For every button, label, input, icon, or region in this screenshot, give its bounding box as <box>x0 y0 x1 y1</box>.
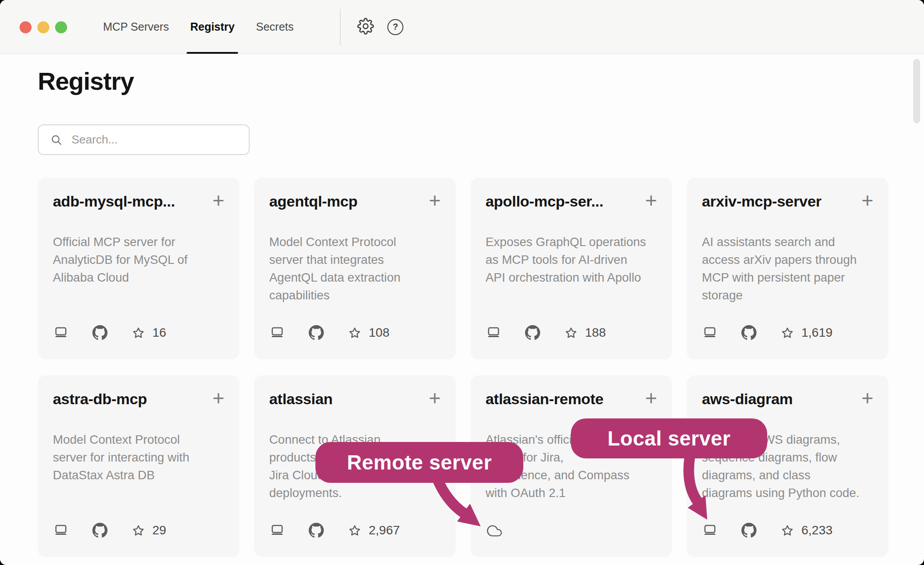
server-grid: adb-mysql-mcp... + Official MCP server f… <box>38 178 888 557</box>
zoom-button[interactable] <box>55 21 67 33</box>
header-divider <box>340 9 341 45</box>
server-name: apollo-mcp-ser... <box>486 193 603 210</box>
page-title: Registry <box>38 67 134 95</box>
card-footer: 188 <box>486 325 657 341</box>
card-footer: 16 <box>53 325 224 341</box>
search-input[interactable] <box>71 132 241 147</box>
vertical-scrollbar[interactable] <box>913 59 920 123</box>
card-footer <box>486 523 657 538</box>
github-icon <box>525 325 540 340</box>
card-footer: 1,619 <box>702 325 873 341</box>
laptop-icon <box>53 325 69 341</box>
server-card-atlassian[interactable]: atlassian + Connect to Atlassianproducts… <box>254 375 456 557</box>
star-count: 29 <box>152 523 166 537</box>
server-description: Model Context Protocolserver for interac… <box>53 431 224 484</box>
tab-secrets[interactable]: Secrets <box>245 0 304 54</box>
server-name: agentql-mcp <box>269 193 358 210</box>
server-card-adb-mysql[interactable]: adb-mysql-mcp... + Official MCP server f… <box>38 178 239 359</box>
star-icon <box>347 523 362 538</box>
minimize-button[interactable] <box>37 21 49 33</box>
add-server-button[interactable]: + <box>645 390 657 406</box>
add-server-button[interactable]: + <box>429 193 441 208</box>
server-name: atlassian <box>269 390 333 408</box>
server-description: Exposes GraphQL operationsas MCP tools f… <box>486 233 657 286</box>
add-server-button[interactable]: + <box>861 390 873 406</box>
server-description: Model Context Protocolserver that integr… <box>269 233 441 304</box>
cloud-icon <box>486 523 503 538</box>
laptop-icon <box>269 325 285 341</box>
star-icon <box>347 326 362 340</box>
star-icon <box>564 326 578 340</box>
laptop-icon <box>486 325 502 341</box>
close-button[interactable] <box>20 21 32 33</box>
server-description: Connect to Atlassianproducts with suppor… <box>269 431 441 502</box>
help-button[interactable]: ? <box>385 0 406 54</box>
star-count: 2,967 <box>369 523 400 537</box>
tab-registry[interactable]: Registry <box>179 0 245 54</box>
card-footer: 6,233 <box>702 522 873 538</box>
tab-mcp-servers[interactable]: MCP Servers <box>92 0 179 54</box>
server-card-atlassian-remote[interactable]: atlassian-remote + Atlassian's official … <box>470 375 672 557</box>
star-count: 1,619 <box>801 326 832 340</box>
search-icon <box>50 134 63 146</box>
settings-button[interactable] <box>354 0 377 54</box>
server-description: Official MCP server forAnalyticDB for My… <box>53 233 224 286</box>
add-server-button[interactable]: + <box>212 390 224 406</box>
star-icon <box>780 326 795 340</box>
server-name: atlassian-remote <box>486 390 603 408</box>
star-count: 6,233 <box>801 523 832 537</box>
add-server-button[interactable]: + <box>645 193 657 208</box>
server-name: adb-mysql-mcp... <box>53 193 175 210</box>
gear-icon <box>357 18 374 36</box>
star-count: 188 <box>585 326 606 340</box>
server-description: Atlassian's official MCPserver for Jira,… <box>486 431 657 502</box>
server-description: AI assistants search andaccess arXiv pap… <box>702 233 873 304</box>
main-tabs: MCP Servers Registry Secrets <box>92 0 304 54</box>
server-card-aws-diagram[interactable]: aws-diagram + Generate AWS diagrams,sequ… <box>687 375 888 557</box>
server-card-apollo[interactable]: apollo-mcp-ser... + Exposes GraphQL oper… <box>470 178 672 359</box>
add-server-button[interactable]: + <box>861 193 873 208</box>
app-window: MCP Servers Registry Secrets ? Registry <box>0 0 924 565</box>
server-card-arxiv[interactable]: arxiv-mcp-server + AI assistants search … <box>687 178 888 359</box>
laptop-icon <box>53 522 69 538</box>
title-bar: MCP Servers Registry Secrets ? <box>0 0 924 54</box>
star-icon <box>131 326 146 340</box>
star-icon <box>131 523 146 538</box>
star-icon <box>780 523 795 538</box>
server-card-astra-db[interactable]: astra-db-mcp + Model Context Protocolser… <box>38 375 239 557</box>
star-count: 16 <box>152 326 166 340</box>
laptop-icon <box>269 522 285 538</box>
registry-page: Registry adb-mysql-mcp... + Official MCP… <box>0 54 924 565</box>
github-icon <box>309 325 324 340</box>
github-icon <box>92 523 108 538</box>
server-card-agentql[interactable]: agentql-mcp + Model Context Protocolserv… <box>254 178 456 359</box>
github-icon <box>741 523 757 538</box>
star-count: 108 <box>369 326 390 340</box>
server-name: aws-diagram <box>702 390 793 408</box>
github-icon <box>309 523 324 538</box>
add-server-button[interactable]: + <box>429 390 441 406</box>
server-name: arxiv-mcp-server <box>702 193 821 210</box>
server-description: Generate AWS diagrams,sequence diagrams,… <box>702 431 873 502</box>
card-footer: 2,967 <box>269 522 441 538</box>
help-icon: ? <box>387 19 403 35</box>
laptop-icon <box>702 522 718 538</box>
card-footer: 108 <box>269 325 441 341</box>
laptop-icon <box>702 325 718 341</box>
card-footer: 29 <box>53 522 224 538</box>
github-icon <box>92 325 108 340</box>
search-box <box>38 124 250 155</box>
traffic-lights <box>20 21 67 33</box>
github-icon <box>741 325 757 340</box>
server-name: astra-db-mcp <box>53 390 147 408</box>
add-server-button[interactable]: + <box>212 193 224 208</box>
